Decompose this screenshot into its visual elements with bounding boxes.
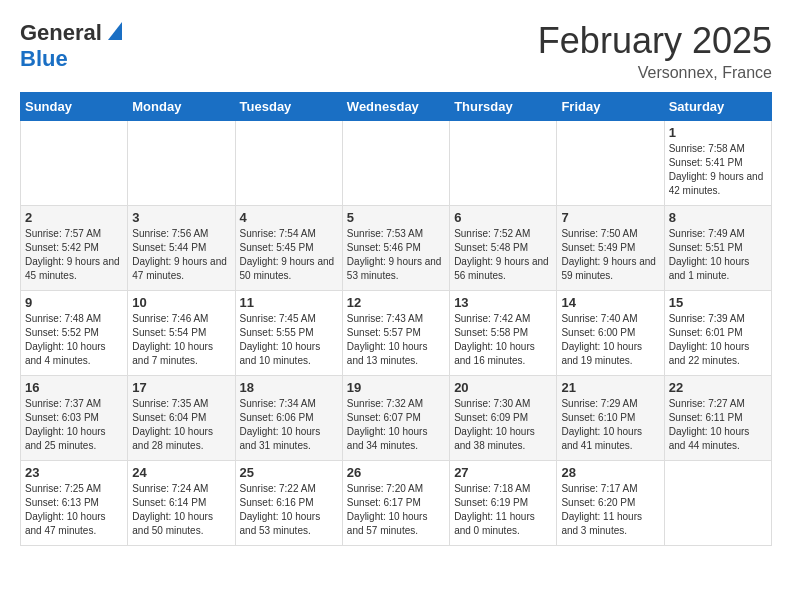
calendar-cell: 5Sunrise: 7:53 AM Sunset: 5:46 PM Daylig… [342, 206, 449, 291]
calendar-cell: 22Sunrise: 7:27 AM Sunset: 6:11 PM Dayli… [664, 376, 771, 461]
day-info: Sunrise: 7:18 AM Sunset: 6:19 PM Dayligh… [454, 482, 552, 538]
day-number: 9 [25, 295, 123, 310]
location-label: Versonnex, France [538, 64, 772, 82]
logo: General Blue [20, 20, 122, 72]
day-info: Sunrise: 7:27 AM Sunset: 6:11 PM Dayligh… [669, 397, 767, 453]
day-info: Sunrise: 7:35 AM Sunset: 6:04 PM Dayligh… [132, 397, 230, 453]
day-number: 18 [240, 380, 338, 395]
calendar-header-monday: Monday [128, 93, 235, 121]
month-title: February 2025 [538, 20, 772, 62]
calendar-cell: 27Sunrise: 7:18 AM Sunset: 6:19 PM Dayli… [450, 461, 557, 546]
title-section: February 2025 Versonnex, France [538, 20, 772, 82]
day-info: Sunrise: 7:53 AM Sunset: 5:46 PM Dayligh… [347, 227, 445, 283]
day-info: Sunrise: 7:52 AM Sunset: 5:48 PM Dayligh… [454, 227, 552, 283]
day-number: 25 [240, 465, 338, 480]
logo-icon [104, 22, 122, 40]
calendar-cell: 25Sunrise: 7:22 AM Sunset: 6:16 PM Dayli… [235, 461, 342, 546]
calendar-cell [557, 121, 664, 206]
day-number: 1 [669, 125, 767, 140]
day-number: 19 [347, 380, 445, 395]
calendar-cell: 14Sunrise: 7:40 AM Sunset: 6:00 PM Dayli… [557, 291, 664, 376]
day-info: Sunrise: 7:17 AM Sunset: 6:20 PM Dayligh… [561, 482, 659, 538]
calendar-header-saturday: Saturday [664, 93, 771, 121]
calendar-cell: 26Sunrise: 7:20 AM Sunset: 6:17 PM Dayli… [342, 461, 449, 546]
calendar-cell: 21Sunrise: 7:29 AM Sunset: 6:10 PM Dayli… [557, 376, 664, 461]
day-info: Sunrise: 7:29 AM Sunset: 6:10 PM Dayligh… [561, 397, 659, 453]
day-info: Sunrise: 7:32 AM Sunset: 6:07 PM Dayligh… [347, 397, 445, 453]
day-number: 14 [561, 295, 659, 310]
logo-general-text: General [20, 20, 102, 46]
calendar-week-row: 23Sunrise: 7:25 AM Sunset: 6:13 PM Dayli… [21, 461, 772, 546]
calendar-week-row: 1Sunrise: 7:58 AM Sunset: 5:41 PM Daylig… [21, 121, 772, 206]
calendar-cell: 28Sunrise: 7:17 AM Sunset: 6:20 PM Dayli… [557, 461, 664, 546]
calendar-week-row: 2Sunrise: 7:57 AM Sunset: 5:42 PM Daylig… [21, 206, 772, 291]
day-number: 3 [132, 210, 230, 225]
calendar-cell: 19Sunrise: 7:32 AM Sunset: 6:07 PM Dayli… [342, 376, 449, 461]
day-number: 21 [561, 380, 659, 395]
svg-marker-0 [108, 22, 122, 40]
calendar-cell: 7Sunrise: 7:50 AM Sunset: 5:49 PM Daylig… [557, 206, 664, 291]
day-info: Sunrise: 7:25 AM Sunset: 6:13 PM Dayligh… [25, 482, 123, 538]
day-number: 16 [25, 380, 123, 395]
day-info: Sunrise: 7:42 AM Sunset: 5:58 PM Dayligh… [454, 312, 552, 368]
calendar-cell: 18Sunrise: 7:34 AM Sunset: 6:06 PM Dayli… [235, 376, 342, 461]
day-number: 15 [669, 295, 767, 310]
day-info: Sunrise: 7:34 AM Sunset: 6:06 PM Dayligh… [240, 397, 338, 453]
calendar-cell: 10Sunrise: 7:46 AM Sunset: 5:54 PM Dayli… [128, 291, 235, 376]
calendar-cell: 8Sunrise: 7:49 AM Sunset: 5:51 PM Daylig… [664, 206, 771, 291]
day-info: Sunrise: 7:30 AM Sunset: 6:09 PM Dayligh… [454, 397, 552, 453]
day-number: 7 [561, 210, 659, 225]
calendar-cell: 9Sunrise: 7:48 AM Sunset: 5:52 PM Daylig… [21, 291, 128, 376]
day-info: Sunrise: 7:58 AM Sunset: 5:41 PM Dayligh… [669, 142, 767, 198]
calendar-cell [664, 461, 771, 546]
day-info: Sunrise: 7:39 AM Sunset: 6:01 PM Dayligh… [669, 312, 767, 368]
day-info: Sunrise: 7:22 AM Sunset: 6:16 PM Dayligh… [240, 482, 338, 538]
day-number: 8 [669, 210, 767, 225]
day-number: 6 [454, 210, 552, 225]
page-header: General Blue February 2025 Versonnex, Fr… [20, 20, 772, 82]
calendar-cell: 24Sunrise: 7:24 AM Sunset: 6:14 PM Dayli… [128, 461, 235, 546]
calendar-cell: 11Sunrise: 7:45 AM Sunset: 5:55 PM Dayli… [235, 291, 342, 376]
calendar-cell: 2Sunrise: 7:57 AM Sunset: 5:42 PM Daylig… [21, 206, 128, 291]
day-number: 4 [240, 210, 338, 225]
day-number: 26 [347, 465, 445, 480]
day-info: Sunrise: 7:40 AM Sunset: 6:00 PM Dayligh… [561, 312, 659, 368]
day-info: Sunrise: 7:43 AM Sunset: 5:57 PM Dayligh… [347, 312, 445, 368]
day-info: Sunrise: 7:46 AM Sunset: 5:54 PM Dayligh… [132, 312, 230, 368]
day-info: Sunrise: 7:57 AM Sunset: 5:42 PM Dayligh… [25, 227, 123, 283]
calendar-table: SundayMondayTuesdayWednesdayThursdayFrid… [20, 92, 772, 546]
calendar-cell: 3Sunrise: 7:56 AM Sunset: 5:44 PM Daylig… [128, 206, 235, 291]
day-info: Sunrise: 7:24 AM Sunset: 6:14 PM Dayligh… [132, 482, 230, 538]
calendar-cell: 23Sunrise: 7:25 AM Sunset: 6:13 PM Dayli… [21, 461, 128, 546]
calendar-header-tuesday: Tuesday [235, 93, 342, 121]
day-info: Sunrise: 7:48 AM Sunset: 5:52 PM Dayligh… [25, 312, 123, 368]
day-info: Sunrise: 7:50 AM Sunset: 5:49 PM Dayligh… [561, 227, 659, 283]
day-info: Sunrise: 7:45 AM Sunset: 5:55 PM Dayligh… [240, 312, 338, 368]
calendar-week-row: 16Sunrise: 7:37 AM Sunset: 6:03 PM Dayli… [21, 376, 772, 461]
day-number: 22 [669, 380, 767, 395]
calendar-header-wednesday: Wednesday [342, 93, 449, 121]
calendar-cell [128, 121, 235, 206]
calendar-cell: 16Sunrise: 7:37 AM Sunset: 6:03 PM Dayli… [21, 376, 128, 461]
day-number: 17 [132, 380, 230, 395]
day-number: 20 [454, 380, 552, 395]
calendar-cell: 13Sunrise: 7:42 AM Sunset: 5:58 PM Dayli… [450, 291, 557, 376]
calendar-week-row: 9Sunrise: 7:48 AM Sunset: 5:52 PM Daylig… [21, 291, 772, 376]
day-number: 2 [25, 210, 123, 225]
day-number: 5 [347, 210, 445, 225]
calendar-header-thursday: Thursday [450, 93, 557, 121]
calendar-cell: 1Sunrise: 7:58 AM Sunset: 5:41 PM Daylig… [664, 121, 771, 206]
day-info: Sunrise: 7:20 AM Sunset: 6:17 PM Dayligh… [347, 482, 445, 538]
day-number: 27 [454, 465, 552, 480]
day-number: 12 [347, 295, 445, 310]
calendar-cell: 12Sunrise: 7:43 AM Sunset: 5:57 PM Dayli… [342, 291, 449, 376]
calendar-header-sunday: Sunday [21, 93, 128, 121]
logo-blue-text: Blue [20, 46, 68, 71]
day-number: 11 [240, 295, 338, 310]
calendar-header-row: SundayMondayTuesdayWednesdayThursdayFrid… [21, 93, 772, 121]
calendar-cell: 4Sunrise: 7:54 AM Sunset: 5:45 PM Daylig… [235, 206, 342, 291]
day-number: 10 [132, 295, 230, 310]
calendar-cell [450, 121, 557, 206]
day-info: Sunrise: 7:49 AM Sunset: 5:51 PM Dayligh… [669, 227, 767, 283]
calendar-cell [342, 121, 449, 206]
